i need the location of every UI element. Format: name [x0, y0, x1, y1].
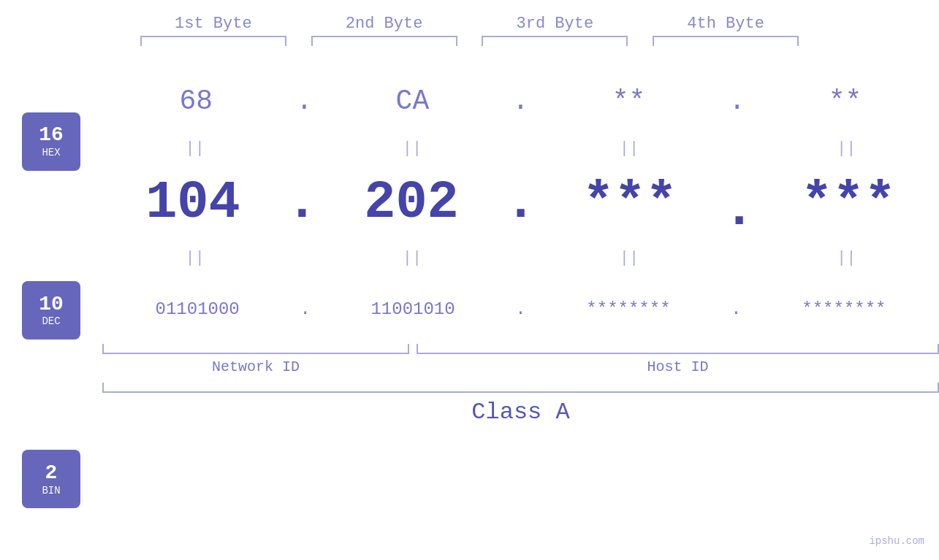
- hex-dot1: .: [296, 85, 313, 117]
- bracket-4: [653, 36, 799, 46]
- dec-byte3: ***: [557, 173, 703, 233]
- hex-byte2: CA: [339, 85, 485, 117]
- dec-badge-label: DEC: [42, 315, 60, 327]
- watermark: ipshu.com: [869, 535, 924, 547]
- top-brackets: [0, 36, 939, 46]
- hex-byte1: 68: [123, 85, 269, 117]
- dec-data-row: 104 . 202 . *** . ***: [102, 163, 939, 243]
- equals-row-1: || || || ||: [102, 134, 939, 163]
- bin-byte3: ********: [555, 299, 702, 319]
- bracket-3: [482, 36, 628, 46]
- network-id-label: Network ID: [102, 358, 409, 375]
- bin-badge-label: BIN: [42, 485, 60, 496]
- class-a-label: Class A: [471, 399, 569, 426]
- eq8: ||: [773, 249, 919, 267]
- host-id-label: Host ID: [417, 358, 939, 375]
- hex-data-row: 68 . CA . ** . **: [102, 68, 939, 134]
- bin-byte4: ********: [771, 299, 917, 319]
- dec-byte4: ***: [775, 173, 921, 233]
- bin-dot2: .: [515, 299, 525, 319]
- eq5: ||: [122, 249, 268, 267]
- eq4: ||: [773, 139, 919, 158]
- bracket-2: [311, 36, 457, 46]
- main-data-area: 16 HEX 10 DEC 2 BIN 68 . CA . ** . **: [0, 53, 939, 560]
- equals-row-2: || || || ||: [102, 243, 939, 272]
- dec-dot2: .: [505, 173, 536, 233]
- byte-2-header: 2nd Byte: [311, 15, 457, 33]
- hex-dot2: .: [512, 85, 529, 117]
- dec-byte2: 202: [338, 173, 484, 233]
- eq7: ||: [556, 249, 702, 267]
- byte-headers: 1st Byte 2nd Byte 3rd Byte 4th Byte: [0, 15, 939, 33]
- hex-badge-number: 16: [39, 124, 64, 147]
- full-bottom-bracket: [102, 383, 939, 393]
- dec-dot3: .: [723, 184, 755, 237]
- dec-dot1: .: [286, 173, 318, 233]
- bin-dot1: .: [300, 299, 310, 319]
- dec-badge-number: 10: [39, 294, 64, 316]
- hex-dot3: .: [729, 85, 745, 117]
- bin-data-row: 01101000 . 11001010 . ******** . *******…: [102, 280, 939, 338]
- dec-badge: 10 DEC: [22, 281, 80, 340]
- dec-byte1: 104: [120, 173, 266, 233]
- hex-byte4: **: [772, 85, 919, 117]
- bin-badge: 2 BIN: [22, 450, 80, 508]
- bin-byte2: 11001010: [340, 299, 486, 319]
- bracket-1: [140, 36, 286, 46]
- data-columns: 68 . CA . ** . ** || || || || 104: [102, 53, 939, 560]
- bin-byte1: 01101000: [124, 299, 270, 319]
- byte-3-header: 3rd Byte: [482, 15, 628, 33]
- bottom-brackets-area: [102, 344, 939, 354]
- eq2: ||: [339, 139, 485, 158]
- network-bracket: [102, 344, 409, 354]
- host-bracket: [417, 344, 939, 354]
- bin-badge-number: 2: [45, 462, 58, 485]
- bin-dot3: .: [731, 299, 741, 319]
- eq1: ||: [122, 139, 268, 158]
- hex-byte3: **: [556, 85, 702, 117]
- hex-badge: 16 HEX: [22, 112, 80, 171]
- eq3: ||: [556, 139, 702, 158]
- hex-badge-label: HEX: [42, 147, 60, 158]
- main-container: 1st Byte 2nd Byte 3rd Byte 4th Byte 16 H…: [0, 0, 939, 560]
- class-label-row: Class A: [102, 399, 939, 426]
- network-host-labels: Network ID Host ID: [102, 358, 939, 375]
- byte-1-header: 1st Byte: [140, 15, 286, 33]
- badges-column: 16 HEX 10 DEC 2 BIN: [0, 53, 102, 560]
- eq6: ||: [339, 249, 485, 267]
- byte-4-header: 4th Byte: [653, 15, 799, 33]
